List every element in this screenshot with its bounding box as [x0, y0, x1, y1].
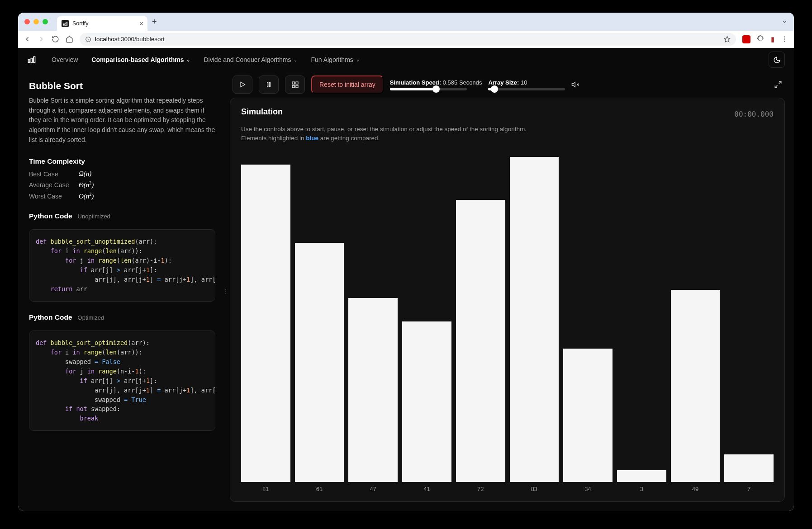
svg-point-6	[784, 38, 785, 39]
home-button[interactable]	[66, 35, 73, 43]
bar-label: 49	[692, 486, 698, 492]
code-block-optimized[interactable]: def bubble_sort_optimized(arr): for i in…	[29, 331, 215, 431]
bar-column: 72	[456, 157, 505, 493]
mute-button[interactable]	[571, 80, 579, 89]
app-root: OverviewComparison-based Algorithms⌄Divi…	[18, 48, 794, 511]
bar-column: 7	[724, 157, 774, 493]
time-complexity-table: Best CaseΩ(n)Average CaseΘ(n2)Worst Case…	[29, 170, 215, 200]
bar-column: 83	[510, 157, 559, 493]
nav-link[interactable]: Divide and Conquer Algorithms⌄	[198, 53, 303, 66]
speed-label: Simulation Speed:	[390, 79, 441, 86]
size-control: Array Size: 10	[488, 79, 565, 90]
reload-button[interactable]	[52, 35, 59, 43]
nav-link[interactable]: Fun Algorithms⌄	[305, 53, 365, 66]
svg-marker-18	[572, 82, 575, 87]
simulation-heading: Simulation	[241, 107, 283, 117]
theme-toggle-button[interactable]	[769, 52, 785, 68]
fullscreen-button[interactable]	[774, 80, 782, 89]
simulation-controls: Reset to initial array Simulation Speed:…	[230, 71, 785, 98]
bar-label: 61	[316, 486, 323, 492]
speed-value: 0.585 Seconds	[443, 79, 482, 86]
pause-button[interactable]	[259, 76, 279, 94]
shuffle-button[interactable]	[285, 76, 305, 94]
ublock-icon[interactable]	[742, 35, 750, 43]
code-variant-optimized: Optimized	[78, 314, 104, 321]
zoom-window-button[interactable]	[43, 19, 48, 24]
time-complexity-heading: Time Complexity	[29, 157, 215, 165]
svg-rect-2	[66, 22, 67, 25]
complexity-row: Average CaseΘ(n2)	[29, 180, 215, 189]
bar-label: 72	[477, 486, 484, 492]
svg-rect-8	[28, 60, 30, 63]
code-variant-unoptimized: Unoptimized	[78, 213, 110, 220]
new-tab-button[interactable]: +	[152, 17, 157, 27]
complexity-label: Best Case	[29, 170, 79, 178]
size-slider[interactable]	[488, 88, 565, 90]
simulation-description: Use the controls above to start, pause, …	[241, 125, 774, 143]
menu-icon[interactable]	[781, 35, 788, 43]
svg-rect-14	[292, 82, 294, 84]
bar	[724, 454, 774, 482]
bar-column: 41	[402, 157, 451, 493]
minimize-window-button[interactable]	[33, 19, 39, 24]
close-window-button[interactable]	[24, 19, 30, 24]
bar-column: 47	[348, 157, 398, 493]
favicon-icon	[62, 20, 69, 27]
play-icon	[239, 81, 246, 88]
svg-rect-0	[63, 24, 64, 25]
play-button[interactable]	[233, 76, 252, 94]
bar	[617, 470, 666, 482]
address-bar[interactable]: localhost:3000/bubblesort	[80, 33, 736, 46]
size-value: 10	[521, 79, 527, 86]
speed-slider[interactable]	[390, 88, 467, 90]
window-controls	[24, 19, 48, 24]
bar	[563, 349, 613, 482]
profile-icon[interactable]: ▮	[771, 35, 774, 43]
code-block-unoptimized[interactable]: def bubble_sort_unoptimized(arr): for i …	[29, 229, 215, 302]
top-nav: OverviewComparison-based Algorithms⌄Divi…	[18, 48, 794, 71]
svg-rect-13	[269, 82, 270, 86]
back-button[interactable]	[24, 35, 31, 43]
browser-tab[interactable]: Sortify ✕	[57, 16, 147, 31]
info-panel[interactable]: Bubble Sort Bubble Sort is a simple sort…	[18, 71, 226, 511]
close-tab-icon[interactable]: ✕	[139, 20, 144, 27]
svg-rect-16	[295, 85, 298, 87]
bar-label: 81	[262, 486, 269, 492]
pause-icon	[265, 81, 272, 88]
reset-button[interactable]: Reset to initial array	[311, 76, 384, 94]
speed-control: Simulation Speed: 0.585 Seconds	[390, 79, 482, 90]
svg-rect-17	[292, 85, 294, 87]
tabs-dropdown-icon[interactable]	[781, 19, 788, 25]
complexity-value: O(n2)	[79, 192, 94, 200]
code-heading-optimized: Python Code	[29, 313, 72, 321]
simulation-panel: Reset to initial array Simulation Speed:…	[230, 71, 794, 511]
bar	[348, 298, 398, 482]
forward-button[interactable]	[38, 35, 45, 43]
simulation-timer: 00:00.000	[734, 110, 774, 118]
tab-title: Sortify	[72, 20, 88, 27]
complexity-row: Best CaseΩ(n)	[29, 170, 215, 178]
app-logo-icon[interactable]	[27, 55, 36, 64]
bar	[456, 200, 505, 482]
bookmark-icon[interactable]	[724, 36, 731, 43]
bar-label: 41	[423, 486, 430, 492]
bar	[510, 157, 559, 482]
bar-label: 3	[640, 486, 643, 492]
bar-label: 83	[531, 486, 537, 492]
bar-column: 3	[617, 157, 666, 493]
svg-rect-15	[295, 82, 298, 84]
bar	[671, 290, 720, 482]
nav-link[interactable]: Overview	[46, 53, 83, 66]
extension-area: ▮	[742, 35, 788, 43]
svg-marker-11	[241, 82, 245, 87]
browser-toolbar: localhost:3000/bubblesort ▮	[18, 31, 794, 48]
extensions-icon[interactable]	[757, 35, 765, 43]
svg-rect-9	[31, 58, 32, 63]
site-info-icon[interactable]	[85, 36, 91, 43]
bar-label: 34	[584, 486, 591, 492]
nav-link[interactable]: Comparison-based Algorithms⌄	[86, 53, 195, 66]
algorithm-description: Bubble Sort is a simple sorting algorith…	[29, 96, 215, 145]
panel-resize-handle[interactable]: ⋮⋮	[226, 71, 230, 511]
url-path: :3000/bubblesort	[119, 36, 165, 43]
complexity-row: Worst CaseO(n2)	[29, 192, 215, 200]
